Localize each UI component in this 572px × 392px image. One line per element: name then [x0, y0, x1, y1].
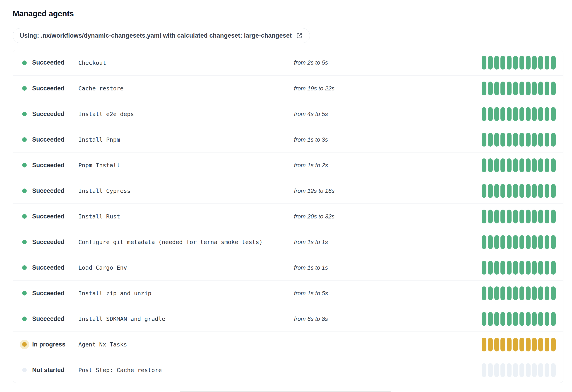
- agent-row[interactable]: Succeeded Install e2e deps from 4s to 5s: [13, 101, 563, 127]
- status-bar-segment: [545, 133, 549, 147]
- status-bar-segment: [494, 286, 499, 300]
- status-bar-segment: [526, 158, 531, 172]
- status-bar-segment: [513, 82, 518, 95]
- agent-row[interactable]: Succeeded Install Rust from 20s to 32s: [13, 203, 563, 229]
- agent-row[interactable]: Succeeded Install SDKMAN and gradle from…: [13, 306, 563, 331]
- status-bar-segment: [526, 82, 531, 95]
- agent-row[interactable]: Succeeded Install Cypress from 12s to 16…: [13, 178, 563, 203]
- status-bar-segment: [520, 235, 524, 249]
- status-bar-segment: [494, 261, 499, 275]
- agent-row[interactable]: In progress Agent Nx Tasks: [13, 331, 563, 357]
- status-bar-segment: [551, 286, 556, 300]
- status-label: Succeeded: [32, 290, 64, 297]
- status-bar-segment: [538, 338, 543, 351]
- status-cell: Succeeded: [13, 162, 78, 169]
- status-bar-segment: [507, 235, 511, 249]
- status-dot-icon: [22, 317, 27, 321]
- status-bar-segment: [532, 82, 537, 95]
- duration-range: from 20s to 32s: [294, 213, 482, 220]
- step-name: Install Rust: [78, 213, 294, 220]
- status-bar-segment: [494, 82, 499, 95]
- status-bar-segment: [500, 235, 505, 249]
- status-bar-segment: [545, 261, 549, 275]
- status-label: Not started: [32, 367, 64, 374]
- status-bar-segment: [532, 338, 537, 351]
- status-bar-segment: [545, 338, 549, 351]
- status-bar-segment: [538, 235, 543, 249]
- utilization-bars: [482, 82, 563, 95]
- status-bar-segment: [538, 133, 543, 147]
- step-name: Install Cypress: [78, 187, 294, 194]
- status-dot-icon: [22, 342, 27, 347]
- status-bar-segment: [494, 56, 499, 70]
- agent-row[interactable]: Succeeded Pnpm Install from 1s to 2s: [13, 152, 563, 178]
- status-bar-segment: [551, 133, 556, 147]
- status-bar-segment: [482, 286, 486, 300]
- status-label: Succeeded: [32, 239, 64, 246]
- status-bar-segment: [532, 184, 537, 198]
- status-bar-segment: [526, 107, 531, 121]
- status-dot-icon: [22, 189, 27, 193]
- agent-row[interactable]: Succeeded Install Pnpm from 1s to 3s: [13, 127, 563, 152]
- status-bar-segment: [513, 158, 518, 172]
- step-name: Post Step: Cache restore: [78, 367, 294, 374]
- agent-row[interactable]: Succeeded Configure git metadata (needed…: [13, 229, 563, 255]
- status-bar-segment: [538, 286, 543, 300]
- status-bar-segment: [538, 107, 543, 121]
- status-bar-segment: [520, 261, 524, 275]
- status-bar-segment: [520, 184, 524, 198]
- status-cell: Succeeded: [13, 264, 78, 271]
- status-label: Succeeded: [32, 213, 64, 220]
- step-name: Pnpm Install: [78, 162, 294, 169]
- utilization-bars: [482, 210, 563, 223]
- step-name: Install zip and unzip: [78, 290, 294, 297]
- status-bar-segment: [532, 261, 537, 275]
- status-bar-segment: [551, 261, 556, 275]
- status-bar-segment: [482, 338, 486, 351]
- utilization-bars: [482, 56, 563, 70]
- status-bar-segment: [545, 210, 549, 223]
- status-bar-segment: [507, 312, 511, 326]
- next-section-edge: [180, 391, 391, 392]
- status-bar-segment: [538, 210, 543, 223]
- status-bar-segment: [526, 338, 531, 351]
- agent-row[interactable]: Succeeded Install zip and unzip from 1s …: [13, 280, 563, 306]
- duration-range: from 1s to 1s: [294, 239, 482, 246]
- utilization-bars: [482, 133, 563, 147]
- status-bar-segment: [551, 107, 556, 121]
- status-bar-segment: [494, 312, 499, 326]
- agent-row[interactable]: Succeeded Load Cargo Env from 1s to 1s: [13, 255, 563, 280]
- agent-row[interactable]: Succeeded Cache restore from 19s to 22s: [13, 75, 563, 101]
- duration-range: from 1s to 2s: [294, 162, 482, 169]
- status-bar-segment: [551, 363, 556, 377]
- duration-range: from 19s to 22s: [294, 85, 482, 92]
- status-bar-segment: [507, 56, 511, 70]
- status-bar-segment: [545, 82, 549, 95]
- status-bar-segment: [538, 312, 543, 326]
- status-bar-segment: [538, 158, 543, 172]
- step-name: Agent Nx Tasks: [78, 341, 294, 348]
- status-bar-segment: [488, 286, 493, 300]
- external-link-icon: [296, 32, 303, 39]
- agent-row[interactable]: Not started Post Step: Cache restore: [13, 357, 563, 383]
- status-bar-segment: [526, 261, 531, 275]
- status-cell: Succeeded: [13, 136, 78, 143]
- step-name: Load Cargo Env: [78, 264, 294, 271]
- utilization-bars: [482, 363, 563, 377]
- status-bar-segment: [545, 184, 549, 198]
- status-dot-icon: [22, 214, 27, 219]
- status-bar-segment: [488, 261, 493, 275]
- status-label: Succeeded: [32, 315, 64, 322]
- status-label: Succeeded: [32, 136, 64, 143]
- status-bar-segment: [513, 235, 518, 249]
- duration-range: from 12s to 16s: [294, 187, 482, 195]
- duration-range: from 1s to 3s: [294, 136, 482, 143]
- workflow-banner-link[interactable]: Using: .nx/workflows/dynamic-changesets.…: [13, 28, 310, 43]
- status-bar-segment: [545, 286, 549, 300]
- status-bar-segment: [488, 210, 493, 223]
- status-bar-segment: [507, 133, 511, 147]
- status-cell: Succeeded: [13, 187, 78, 195]
- agent-row[interactable]: Succeeded Checkout from 2s to 5s: [13, 50, 563, 75]
- status-bar-segment: [520, 133, 524, 147]
- status-bar-segment: [538, 261, 543, 275]
